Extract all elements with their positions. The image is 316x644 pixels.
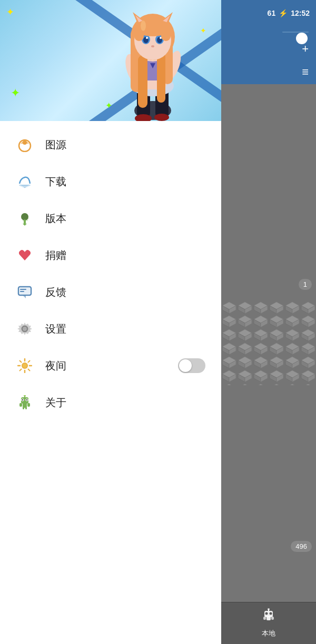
svg-rect-17 <box>157 53 165 103</box>
svg-rect-38 <box>24 219 26 224</box>
guanyu-label: 关于 <box>45 396 205 410</box>
drawer-panel: ✦ ✦ ✦ ✦ ✦ <box>0 0 221 644</box>
svg-rect-32 <box>161 23 171 41</box>
svg-point-60 <box>26 399 27 400</box>
xiazai-label: 下载 <box>45 175 205 189</box>
juanzeng-label: 捐赠 <box>45 248 205 263</box>
xiazai-icon <box>16 173 34 190</box>
svg-point-67 <box>24 395 26 397</box>
banben-label: 版本 <box>45 212 205 226</box>
local-icon <box>261 608 276 627</box>
fankui-label: 反馈 <box>45 285 205 299</box>
svg-point-35 <box>23 140 27 145</box>
svg-rect-75 <box>266 616 271 620</box>
guanyu-icon <box>16 394 34 411</box>
svg-point-37 <box>21 213 28 220</box>
svg-rect-77 <box>271 617 274 620</box>
svg-rect-65 <box>25 407 27 409</box>
svg-rect-62 <box>19 403 22 407</box>
content-grid: 1 496 <box>221 84 316 602</box>
anime-character <box>100 8 205 121</box>
menu-item-yejian[interactable]: 夜间 <box>0 347 221 384</box>
time-text: 12:52 <box>291 9 310 17</box>
juanzeng-icon <box>16 246 34 264</box>
svg-rect-43 <box>20 291 24 292</box>
svg-point-73 <box>265 612 268 615</box>
menu-item-guanyu[interactable]: 关于 <box>0 384 221 421</box>
shezhi-label: 设置 <box>45 322 205 336</box>
svg-point-59 <box>22 399 23 400</box>
menu-item-xiazai[interactable]: 下载 <box>0 163 221 200</box>
shezhi-icon <box>16 320 34 338</box>
svg-rect-64 <box>23 407 24 409</box>
bottom-tab-label: 本地 <box>262 629 275 638</box>
svg-line-51 <box>20 361 22 363</box>
battery-text: 61 <box>268 9 276 17</box>
fankui-icon <box>16 283 34 301</box>
svg-rect-42 <box>20 289 26 290</box>
toolbar-area: + ≡ <box>221 26 316 84</box>
menu-icon[interactable]: ≡ <box>302 65 309 79</box>
menu-list: 图源 下载 版本 <box>0 121 221 644</box>
menu-item-fankui[interactable]: 反馈 <box>0 274 221 310</box>
svg-point-4 <box>154 114 169 121</box>
toolbar-switch[interactable] <box>282 32 309 33</box>
menu-item-banben[interactable]: 版本 <box>0 200 221 237</box>
bottom-tab[interactable]: 本地 <box>221 602 316 644</box>
plus-icon[interactable]: + <box>302 42 309 56</box>
yejian-toggle[interactable] <box>178 358 205 373</box>
svg-point-25 <box>151 45 154 47</box>
sparkle-3: ✦ <box>11 86 20 100</box>
svg-line-52 <box>28 369 30 371</box>
svg-rect-63 <box>27 403 30 407</box>
yejian-label: 夜间 <box>45 359 178 373</box>
svg-line-53 <box>28 361 30 363</box>
svg-rect-76 <box>263 617 266 620</box>
badge-count-1: 1 <box>299 279 312 290</box>
svg-rect-16 <box>138 55 147 108</box>
tuyuan-label: 图源 <box>45 138 205 152</box>
svg-point-79 <box>268 608 270 610</box>
svg-rect-71 <box>221 301 316 385</box>
badge-count-496: 496 <box>291 541 312 552</box>
bolt-icon: ⚡ <box>279 9 288 17</box>
svg-point-23 <box>146 37 148 39</box>
svg-point-45 <box>23 327 26 330</box>
yejian-icon <box>16 357 34 375</box>
svg-point-55 <box>23 364 27 368</box>
menu-item-juanzeng[interactable]: 捐赠 <box>0 237 221 274</box>
status-bar: 61 ⚡ 12:52 <box>221 0 316 26</box>
drawer-header: ✦ ✦ ✦ ✦ ✦ <box>0 0 221 121</box>
svg-point-74 <box>270 612 272 615</box>
main-panel: 61 ⚡ 12:52 + ≡ 1 49 <box>221 0 316 644</box>
svg-marker-39 <box>23 224 27 226</box>
menu-item-shezhi[interactable]: 设置 <box>0 310 221 347</box>
svg-point-33 <box>141 21 146 31</box>
sparkle-1: ✦ <box>6 6 14 18</box>
tuyuan-icon <box>16 136 34 154</box>
cube-pattern <box>221 84 316 602</box>
svg-line-54 <box>20 369 22 371</box>
banben-icon <box>16 209 34 227</box>
menu-item-tuyuan[interactable]: 图源 <box>0 126 221 163</box>
